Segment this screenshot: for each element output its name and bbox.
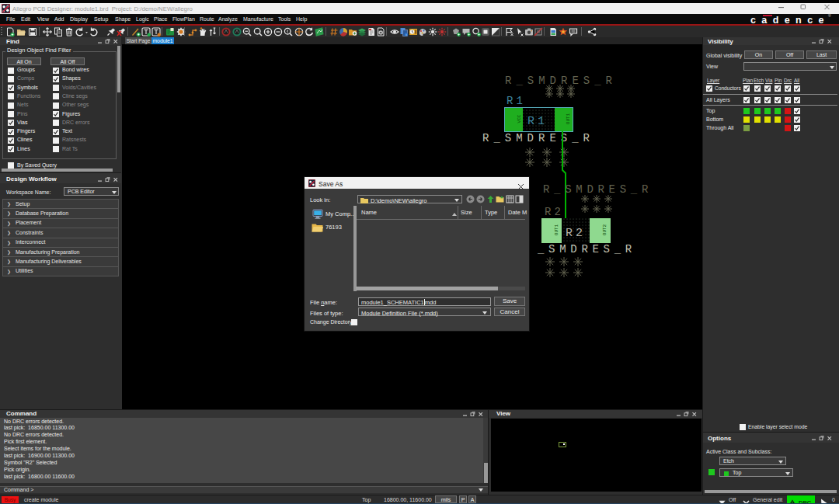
svg-text:R_SMDRES_R: R_SMDRES_R: [543, 183, 653, 196]
svg-text:i: i: [406, 32, 407, 36]
svg-text:R_SMDRES_R: R_SMDRES_R: [482, 132, 594, 144]
svg-text:R1: R1: [527, 115, 548, 128]
svg-text:OUT2: OUT2: [602, 224, 607, 235]
svg-text:OUT1: OUT1: [554, 224, 559, 235]
svg-text:R2: R2: [566, 227, 586, 240]
svg-text:R2: R2: [545, 206, 564, 218]
svg-text:R_SMDRES_R: R_SMDRES_R: [505, 75, 617, 87]
svg-text:R1: R1: [507, 95, 526, 107]
svg-text:_SMDRES_R: _SMDRES_R: [537, 243, 636, 255]
svg-text:OUT1: OUT1: [566, 113, 571, 124]
svg-text:VCC: VCC: [517, 114, 522, 123]
